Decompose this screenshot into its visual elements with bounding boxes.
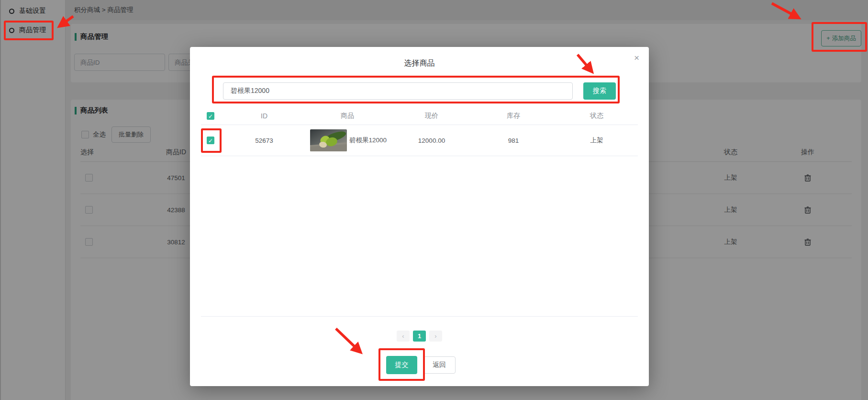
header-stock: 库存 bbox=[507, 112, 520, 120]
header-price: 现价 bbox=[425, 112, 438, 120]
page-next-icon[interactable]: › bbox=[429, 331, 442, 342]
row-stock: 981 bbox=[508, 137, 519, 144]
header-product: 商品 bbox=[341, 112, 354, 120]
close-icon[interactable]: × bbox=[634, 53, 639, 62]
pagination: ‹ 1 › bbox=[190, 331, 649, 342]
row-product-name: 碧根果12000 bbox=[349, 136, 387, 145]
page-prev-icon[interactable]: ‹ bbox=[397, 331, 410, 342]
submit-button[interactable]: 提交 bbox=[386, 356, 417, 374]
modal-table-row: 52673 碧根果12000 12000.00 981 上架 bbox=[201, 125, 638, 156]
header-id: ID bbox=[261, 112, 267, 120]
modal-table-header: ID 商品 现价 库存 状态 bbox=[201, 107, 638, 125]
modal-row-checkbox[interactable] bbox=[207, 137, 214, 144]
row-price: 12000.00 bbox=[418, 137, 445, 144]
product-image bbox=[310, 129, 347, 151]
header-status: 状态 bbox=[590, 112, 603, 120]
points-mall-admin-page: 基础设置 商品管理 积分商城 > 商品管理 商品管理 + 添加商品 bbox=[0, 0, 868, 400]
divider bbox=[201, 316, 638, 317]
modal-header-checkbox[interactable] bbox=[207, 112, 214, 120]
row-status: 上架 bbox=[590, 136, 603, 145]
modal-title: 选择商品 bbox=[190, 58, 649, 69]
modal-search-input[interactable] bbox=[223, 82, 573, 100]
modal-search-button[interactable]: 搜索 bbox=[583, 82, 616, 100]
select-product-modal: 选择商品 × 搜索 ID 商品 现价 库存 状态 52673 碧根果12000 … bbox=[190, 47, 649, 386]
page-current[interactable]: 1 bbox=[413, 331, 426, 342]
row-id: 52673 bbox=[255, 137, 273, 144]
back-button[interactable]: 返回 bbox=[423, 356, 456, 374]
